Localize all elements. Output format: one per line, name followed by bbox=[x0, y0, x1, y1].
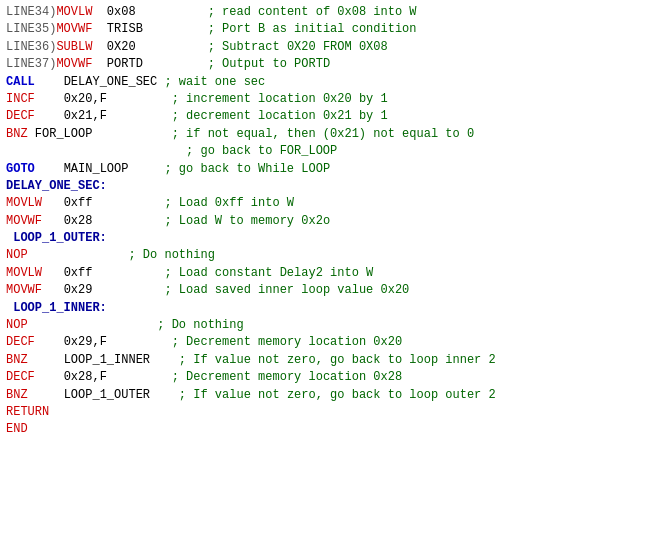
space-segment bbox=[150, 388, 179, 402]
code-line: CALL DELAY_ONE_SEC ; wait one sec bbox=[6, 74, 640, 91]
instr-segment: INCF bbox=[6, 92, 35, 106]
comment-segment: ; go back to While LOOP bbox=[164, 162, 330, 176]
space-segment bbox=[35, 92, 64, 106]
code-line: ; go back to FOR_LOOP bbox=[6, 143, 640, 160]
comment-segment: ; Decrement memory location 0x20 bbox=[172, 335, 402, 349]
space-segment bbox=[143, 57, 208, 71]
code-line: INCF 0x20,F ; increment location 0x20 by… bbox=[6, 91, 640, 108]
instr-segment: MOVLW bbox=[56, 5, 92, 19]
comment-segment: ; Subtract 0X20 FROM 0X08 bbox=[208, 40, 388, 54]
instr-segment: MOVLW bbox=[6, 266, 42, 280]
instr-segment: DECF bbox=[6, 109, 35, 123]
code-line: LINE35)MOVWF TRISB ; Port B as initial c… bbox=[6, 21, 640, 38]
lineno-segment: LINE37) bbox=[6, 57, 56, 71]
instr-segment: MOVWF bbox=[6, 283, 42, 297]
space-segment bbox=[92, 57, 106, 71]
comment-segment: ; Load W to memory 0x2o bbox=[164, 214, 330, 228]
space-segment bbox=[28, 248, 129, 262]
hex-segment: 0x20,F bbox=[64, 92, 107, 106]
space-segment bbox=[42, 196, 64, 210]
comment-segment: ; Do nothing bbox=[128, 248, 214, 262]
hex-segment: 0x21,F bbox=[64, 109, 107, 123]
comment-segment: ; Load saved inner loop value 0x20 bbox=[164, 283, 409, 297]
space-segment bbox=[107, 370, 172, 384]
comment-segment: ; Decrement memory location 0x28 bbox=[172, 370, 402, 384]
space-segment bbox=[107, 92, 172, 106]
operand-segment: LOOP_1_INNER bbox=[64, 353, 150, 367]
code-line: GOTO MAIN_LOOP ; go back to While LOOP bbox=[6, 161, 640, 178]
space-segment bbox=[92, 214, 164, 228]
code-container: LINE34)MOVLW 0x08 ; read content of 0x08… bbox=[0, 0, 646, 546]
comment-segment: ; wait one sec bbox=[164, 75, 265, 89]
comment-segment: ; Do nothing bbox=[157, 318, 243, 332]
comment-segment: ; go back to FOR_LOOP bbox=[186, 144, 337, 158]
code-line: MOVLW 0xff ; Load constant Delay2 into W bbox=[6, 265, 640, 282]
instr-segment: NOP bbox=[6, 248, 28, 262]
comment-segment: ; Output to PORTD bbox=[208, 57, 330, 71]
instr-segment: BNZ bbox=[6, 353, 28, 367]
space-segment bbox=[107, 109, 172, 123]
instr-segment: END bbox=[6, 422, 28, 436]
code-line: LINE34)MOVLW 0x08 ; read content of 0x08… bbox=[6, 4, 640, 21]
instr-segment: BNZ bbox=[6, 388, 28, 402]
code-line: BNZ LOOP_1_OUTER ; If value not zero, go… bbox=[6, 387, 640, 404]
operand-segment: LOOP_1_OUTER bbox=[64, 388, 150, 402]
instr-segment: MOVWF bbox=[56, 22, 92, 36]
code-lines: LINE34)MOVLW 0x08 ; read content of 0x08… bbox=[6, 4, 640, 439]
comment-segment: ; increment location 0x20 by 1 bbox=[172, 92, 388, 106]
operand-segment: TRISB bbox=[107, 22, 143, 36]
hex-segment: 0x08 bbox=[107, 5, 136, 19]
space-segment bbox=[35, 75, 64, 89]
code-line: DELAY_ONE_SEC: bbox=[6, 178, 640, 195]
code-line: RETURN bbox=[6, 404, 640, 421]
comment-segment: ; if not equal, then (0x21) not equal to… bbox=[172, 127, 474, 141]
space-segment bbox=[92, 5, 106, 19]
space-segment bbox=[42, 283, 64, 297]
instr-segment: DECF bbox=[6, 335, 35, 349]
comment-segment: ; Load 0xff into W bbox=[164, 196, 294, 210]
space-segment bbox=[92, 40, 106, 54]
code-line: DECF 0x21,F ; decrement location 0x21 by… bbox=[6, 108, 640, 125]
space-segment bbox=[42, 214, 64, 228]
comment-segment: ; Load constant Delay2 into W bbox=[164, 266, 373, 280]
instr-segment: BNZ bbox=[6, 127, 28, 141]
code-line: BNZ FOR_LOOP ; if not equal, then (0x21)… bbox=[6, 126, 640, 143]
code-line: LOOP_1_INNER: bbox=[6, 300, 640, 317]
code-line: LOOP_1_OUTER: bbox=[6, 230, 640, 247]
space-segment bbox=[92, 196, 164, 210]
instr-segment: DECF bbox=[6, 370, 35, 384]
space-segment bbox=[143, 22, 208, 36]
code-line: NOP ; Do nothing bbox=[6, 247, 640, 264]
comment-segment: ; If value not zero, go back to loop inn… bbox=[179, 353, 496, 367]
keyword-segment: GOTO bbox=[6, 162, 35, 176]
space-segment bbox=[28, 318, 158, 332]
space-segment bbox=[35, 335, 64, 349]
hex-segment: 0X20 bbox=[107, 40, 136, 54]
space-segment bbox=[92, 283, 164, 297]
space-segment bbox=[107, 335, 172, 349]
space-segment bbox=[92, 127, 171, 141]
space-segment bbox=[28, 388, 64, 402]
code-line: END bbox=[6, 421, 640, 438]
code-line: DECF 0x28,F ; Decrement memory location … bbox=[6, 369, 640, 386]
label-segment: LOOP_1_INNER: bbox=[13, 301, 107, 315]
lineno-segment: LINE34) bbox=[6, 5, 56, 19]
hex-segment: 0x29,F bbox=[64, 335, 107, 349]
code-line: MOVWF 0x28 ; Load W to memory 0x2o bbox=[6, 213, 640, 230]
instr-segment: SUBLW bbox=[56, 40, 92, 54]
instr-segment: MOVLW bbox=[6, 196, 42, 210]
space-segment bbox=[35, 109, 64, 123]
space-segment bbox=[28, 353, 64, 367]
space-segment bbox=[35, 370, 64, 384]
operand-segment: PORTD bbox=[107, 57, 143, 71]
operand-segment: FOR_LOOP bbox=[35, 127, 93, 141]
comment-segment: ; decrement location 0x21 by 1 bbox=[172, 109, 388, 123]
lineno-segment: LINE36) bbox=[6, 40, 56, 54]
comment-segment: ; read content of 0x08 into W bbox=[208, 5, 417, 19]
hex-segment: 0x29 bbox=[64, 283, 93, 297]
space-segment bbox=[42, 266, 64, 280]
code-line: LINE37)MOVWF PORTD ; Output to PORTD bbox=[6, 56, 640, 73]
keyword-segment: CALL bbox=[6, 75, 35, 89]
comment-segment: ; Port B as initial condition bbox=[208, 22, 417, 36]
hex-segment: 0x28 bbox=[64, 214, 93, 228]
